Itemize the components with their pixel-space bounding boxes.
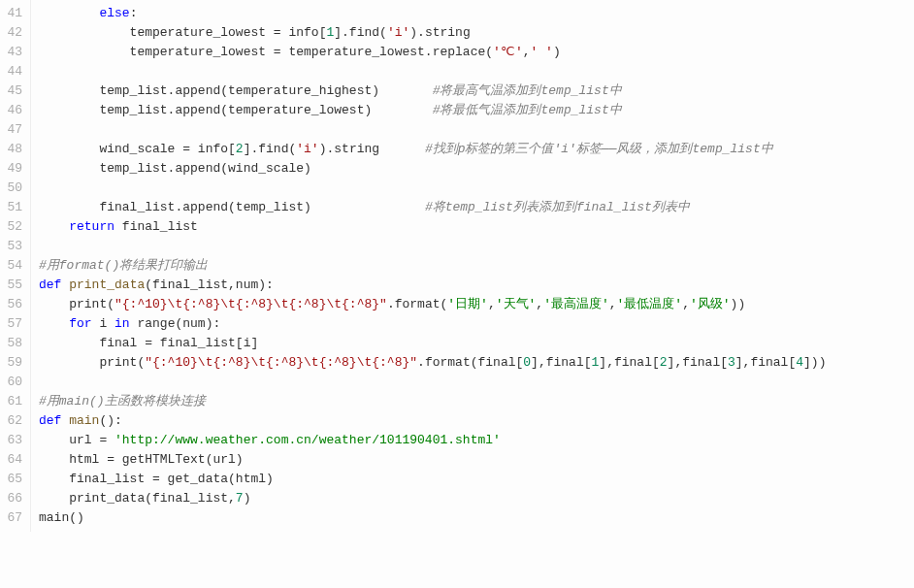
code-token: print_data (69, 278, 145, 292)
code-token: '风级' (690, 297, 731, 311)
code-token: final = final_list[i] (39, 336, 258, 350)
line-number: 66 (0, 489, 22, 508)
code-token: , (523, 45, 531, 59)
code-line: #用main()主函数将模块连接 (39, 392, 826, 411)
code-token: ].find( (244, 142, 297, 156)
code-line: final_list.append(temp_list) #将temp_list… (39, 198, 826, 217)
line-number: 60 (0, 373, 22, 392)
code-token: '日期' (447, 297, 488, 311)
code-token: def (39, 413, 61, 428)
code-token: "{:^10}\t{:^8}\t{:^8}\t{:^8}\t{:^8}" (145, 355, 417, 370)
code-token: #用format()将结果打印输出 (39, 258, 208, 273)
code-token: print( (39, 297, 114, 311)
code-token: final_list.append(temp_list) (39, 200, 425, 214)
line-number: 61 (0, 392, 22, 411)
code-line: wind_scale = info[2].find('i').string #找… (39, 140, 826, 159)
line-number-gutter: 4142434445464748495051525354555657585960… (0, 0, 31, 532)
line-number: 41 (0, 4, 22, 23)
line-number: 59 (0, 353, 22, 373)
line-number: 49 (0, 159, 22, 179)
code-token: temp_list.append(temperature_lowest) (39, 103, 433, 117)
code-token: temp_list.append(wind_scale) (39, 161, 311, 176)
code-token: 2 (660, 355, 668, 370)
code-token: in (114, 316, 130, 331)
code-token: 4 (796, 355, 803, 370)
code-token: , (682, 297, 690, 311)
code-token: #用main()主函数将模块连接 (39, 394, 206, 408)
line-number: 65 (0, 470, 22, 489)
code-line: html = getHTMLText(url) (39, 450, 826, 470)
line-number: 51 (0, 198, 22, 217)
code-token: #将最低气温添加到temp_list中 (433, 103, 622, 117)
code-token: ],final[ (599, 355, 659, 370)
code-token: 'http://www.weather.com.cn/weather/10119… (114, 433, 501, 447)
code-token: for (69, 316, 91, 331)
code-line: def main(): (39, 411, 826, 431)
line-number: 53 (0, 237, 22, 256)
code-token: final_list = get_data(html) (39, 472, 274, 486)
code-line: temp_list.append(wind_scale) (39, 159, 826, 179)
code-line: print_data(final_list,7) (39, 489, 826, 508)
line-number: 47 (0, 120, 22, 140)
line-number: 64 (0, 450, 22, 470)
code-token: , (536, 297, 543, 311)
code-line: temperature_lowest = temperature_lowest.… (39, 43, 826, 62)
code-token: def (39, 278, 61, 292)
code-token: main() (39, 510, 84, 525)
line-number: 44 (0, 62, 22, 82)
code-token: i (92, 316, 114, 331)
code-token: #将最高气温添加到temp_list中 (433, 83, 622, 98)
code-token: ) (244, 491, 251, 506)
code-token: print( (39, 355, 145, 370)
line-number: 55 (0, 276, 22, 295)
code-token: html = getHTMLText(url) (39, 452, 244, 467)
code-token: url = (39, 433, 114, 447)
code-token: 7 (236, 491, 244, 506)
code-token: "{:^10}\t{:^8}\t{:^8}\t{:^8}\t{:^8}" (114, 297, 387, 311)
code-line (39, 237, 826, 256)
line-number: 42 (0, 23, 22, 43)
code-token: 3 (728, 355, 735, 370)
code-token: #找到p标签的第三个值'i'标签——风级，添加到temp_list中 (425, 142, 773, 156)
code-token: temp_list.append(temperature_highest) (39, 83, 433, 98)
line-number: 48 (0, 140, 22, 159)
code-token: wind_scale = info[ (39, 142, 236, 156)
line-number: 52 (0, 217, 22, 237)
code-token: temperature_lowest = info[ (39, 25, 326, 40)
line-number: 54 (0, 256, 22, 276)
code-token: range(num): (130, 316, 221, 331)
code-token: : (130, 6, 138, 20)
code-token: #将temp_list列表添加到final_list列表中 (425, 200, 690, 214)
code-token: '最低温度' (617, 297, 683, 311)
code-line: else: (39, 4, 826, 23)
code-token (39, 6, 99, 20)
code-token: main (69, 413, 99, 428)
line-number: 46 (0, 101, 22, 120)
code-token: ).string (409, 25, 470, 40)
code-line: main() (39, 508, 826, 528)
line-number: 62 (0, 411, 22, 431)
line-number: 63 (0, 431, 22, 450)
code-token: ' ' (531, 45, 553, 59)
code-token: 'i' (387, 25, 409, 40)
code-line: temp_list.append(temperature_highest) #将… (39, 82, 826, 101)
code-token: '天气' (496, 297, 537, 311)
code-line: temp_list.append(temperature_lowest) #将最… (39, 101, 826, 120)
code-token (39, 316, 69, 331)
code-line (39, 62, 826, 82)
line-number: 50 (0, 179, 22, 198)
code-line: #用format()将结果打印输出 (39, 256, 826, 276)
code-line (39, 373, 826, 392)
code-token: '℃' (493, 45, 523, 59)
code-token: 2 (236, 142, 244, 156)
code-token: ).string (319, 142, 425, 156)
code-token (39, 219, 69, 234)
code-token: else (99, 6, 129, 20)
code-editor: 4142434445464748495051525354555657585960… (0, 0, 914, 532)
code-token: final_list (114, 219, 198, 234)
code-token: ])) (803, 355, 826, 370)
line-number: 56 (0, 295, 22, 314)
code-token: (): (99, 413, 121, 428)
code-token: ) (553, 45, 561, 59)
code-line: final_list = get_data(html) (39, 470, 826, 489)
